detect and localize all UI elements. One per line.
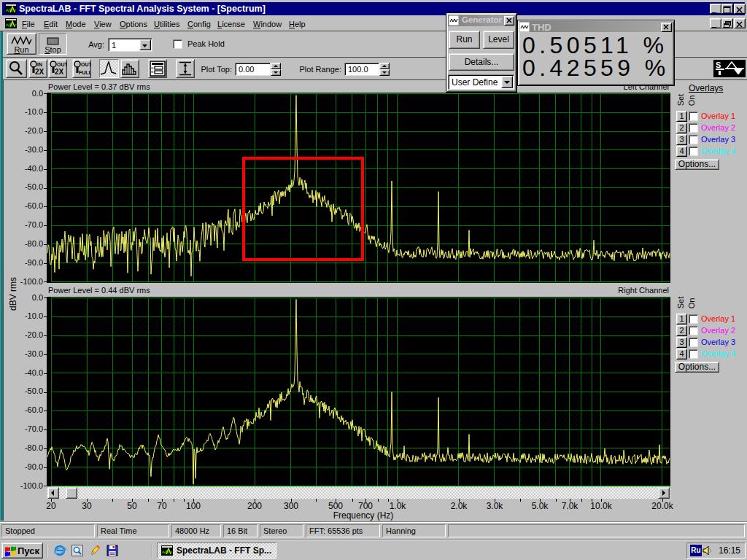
svg-text:IN: IN bbox=[37, 62, 42, 67]
svg-text:2X: 2X bbox=[35, 68, 44, 76]
svg-text:2X: 2X bbox=[55, 68, 64, 76]
svg-text:OUT: OUT bbox=[57, 62, 67, 67]
svg-text:FULL: FULL bbox=[79, 70, 91, 75]
svg-text:S: S bbox=[716, 61, 721, 69]
svg-text:M: M bbox=[151, 70, 153, 74]
svg-text:OUT: OUT bbox=[81, 62, 91, 67]
